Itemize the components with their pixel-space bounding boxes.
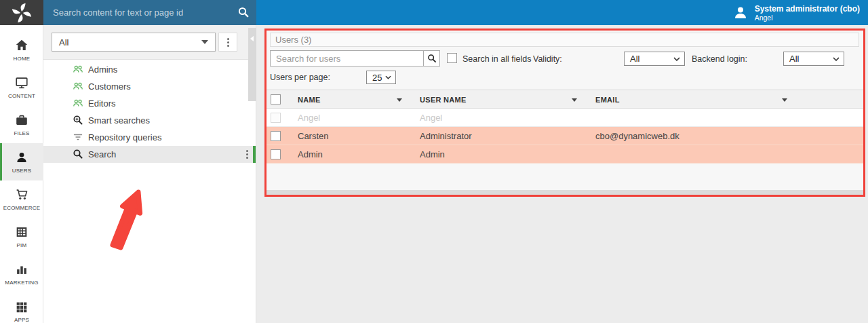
sidebar-item-label: PIM [17, 242, 27, 248]
users-table: NAME USER NAME EMAIL Angel Angel Carsten… [267, 90, 863, 164]
column-header-name[interactable]: NAME [298, 90, 321, 109]
validity-select[interactable]: All [624, 52, 685, 66]
user-group-icon [73, 81, 83, 92]
tree-item-label: Admins [88, 64, 117, 75]
backend-login-select[interactable]: All [783, 52, 844, 66]
cell-name: Admin [298, 145, 323, 164]
annotation-highlight-box: Users (3) Search in all fields Validity:… [264, 28, 865, 197]
tree-item-repository-queries[interactable]: Repository queries [43, 129, 256, 146]
tree-item-label: Smart searches [88, 115, 150, 126]
user-name-label: Angel [755, 14, 860, 22]
user-search-button[interactable] [424, 50, 440, 66]
caret-down-icon [201, 40, 208, 44]
topbar-main: System administrator (cbo) Angel [256, 0, 868, 25]
row-checkbox[interactable] [271, 131, 281, 141]
sidebar-item-label: APPS [14, 317, 29, 323]
grid-icon [14, 299, 29, 314]
users-panel-title: Users (3) [270, 33, 859, 47]
global-search[interactable]: Search content for text or page id [43, 0, 256, 25]
column-header-email[interactable]: EMAIL [595, 90, 620, 109]
main-sidebar: HOME CONTENT FILES USERS ECOMMERCE [0, 25, 43, 323]
sidebar-item-marketing[interactable]: MARKETING [0, 255, 43, 292]
global-search-placeholder: Search content for text or page id [43, 7, 183, 18]
table-row[interactable]: Admin Admin [267, 145, 863, 164]
sidebar-item-users[interactable]: USERS [0, 143, 43, 180]
sidebar-item-label: MARKETING [5, 280, 38, 286]
tree-item-admins[interactable]: Admins [43, 61, 256, 78]
sidebar-item-content[interactable]: CONTENT [0, 69, 43, 106]
user-role-label: System administrator (cbo) [755, 4, 860, 14]
sidebar-item-ecommerce[interactable]: ECOMMERCE [0, 180, 43, 218]
search-icon [73, 149, 83, 159]
users-per-page-value: 25 [372, 73, 382, 83]
scope-dropdown[interactable]: All [52, 33, 216, 52]
user-icon [14, 150, 29, 165]
tree-list: Admins Customers Editors [43, 61, 256, 163]
row-checkbox[interactable] [271, 149, 281, 159]
table-header-row: NAME USER NAME EMAIL [267, 90, 863, 109]
main-content: Users (3) Search in all fields Validity:… [256, 25, 868, 323]
chevron-down-icon [385, 75, 391, 79]
selected-indicator [253, 146, 256, 163]
select-all-checkbox[interactable] [271, 94, 281, 104]
user-avatar-icon [732, 5, 749, 21]
sidebar-item-label: FILES [14, 130, 29, 136]
user-group-icon [73, 98, 83, 109]
sidebar-item-label: ECOMMERCE [3, 205, 41, 211]
tree-item-customers[interactable]: Customers [43, 78, 256, 95]
app-logo[interactable] [0, 0, 43, 25]
briefcase-icon [14, 113, 29, 128]
sidebar-item-label: CONTENT [8, 93, 35, 99]
sidebar-item-home[interactable]: HOME [0, 31, 43, 69]
home-icon [14, 38, 29, 53]
tree-item-editors[interactable]: Editors [43, 95, 256, 112]
validity-label: Validity: [533, 54, 562, 64]
backend-login-value: All [789, 54, 799, 64]
user-search-input[interactable] [270, 50, 424, 66]
table-row[interactable]: Carsten Administrator cbo@dynamicweb.dk [267, 127, 863, 145]
validity-value: All [630, 54, 639, 64]
cell-user-name: Admin [420, 145, 445, 164]
current-user-menu[interactable]: System administrator (cbo) Angel [732, 4, 868, 22]
sidebar-item-apps[interactable]: APPS [0, 292, 43, 323]
table-row[interactable]: Angel Angel [267, 109, 863, 127]
dynamicweb-logo-icon [10, 1, 33, 24]
sidebar-item-pim[interactable]: PIM [0, 218, 43, 255]
topbar: Search content for text or page id Syste… [0, 0, 868, 25]
search-icon[interactable] [237, 6, 250, 18]
search-all-fields-label: Search in all fields [462, 54, 531, 64]
chevron-down-icon [833, 57, 840, 61]
tree-item-label: Customers [88, 81, 131, 92]
scope-kebab-button[interactable] [218, 33, 237, 52]
sidebar-item-files[interactable]: FILES [0, 106, 43, 143]
tree-item-label: Repository queries [88, 132, 161, 142]
users-per-page-label: Users per page: [270, 73, 330, 82]
cell-name: Carsten [298, 127, 329, 145]
users-per-page-select[interactable]: 25 [366, 71, 396, 84]
tree-item-smart-searches[interactable]: Smart searches [43, 112, 256, 129]
cell-email: cbo@dynamicweb.dk [595, 127, 679, 145]
search-all-fields-checkbox[interactable] [447, 53, 457, 63]
cell-name: Angel [298, 109, 320, 127]
tree-item-label: Search [88, 149, 116, 159]
caret-down-icon[interactable] [782, 98, 787, 102]
filter-icon [73, 132, 83, 142]
bar-chart-icon [14, 262, 29, 277]
sidebar-item-label: HOME [14, 56, 31, 62]
cart-icon [14, 187, 29, 202]
caret-down-icon[interactable] [572, 98, 577, 102]
backend-login-label: Backend login: [692, 54, 747, 64]
cell-user-name: Angel [420, 109, 442, 127]
tree-item-kebab-button[interactable] [241, 149, 252, 159]
user-group-icon [73, 64, 83, 75]
monitor-icon [14, 75, 29, 90]
users-count-title: Users (3) [271, 35, 311, 45]
zoom-in-icon [73, 115, 83, 126]
kebab-icon [241, 149, 252, 159]
caret-down-icon[interactable] [397, 98, 402, 102]
horizontal-scrollbar[interactable] [267, 190, 863, 195]
sidebar-item-label: USERS [12, 168, 32, 174]
column-header-user-name[interactable]: USER NAME [420, 90, 467, 109]
chevron-left-icon [250, 36, 254, 41]
tree-item-search[interactable]: Search [43, 146, 256, 163]
